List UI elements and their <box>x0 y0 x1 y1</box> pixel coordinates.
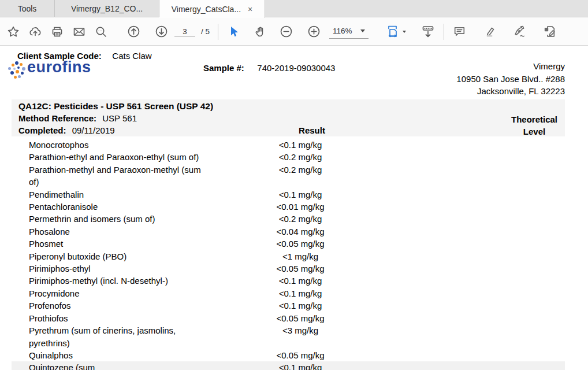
pesticide-result: <0.2 mg/kg <box>251 151 349 163</box>
print-icon[interactable] <box>46 21 68 43</box>
pesticide-result: <0.1 mg/kg <box>251 361 349 370</box>
zoom-level-value: 116% <box>333 27 352 35</box>
table-row: Piperonyl butoxide (PBO)<1 mg/kg <box>12 250 565 262</box>
pesticide-result: <0.1 mg/kg <box>251 139 349 151</box>
sign-icon[interactable] <box>509 21 531 43</box>
pesticide-result: <0.05 mg/kg <box>251 312 349 324</box>
page-number-input[interactable] <box>174 27 195 36</box>
tab-vimergy-b12[interactable]: Vimergy_B12_CO... <box>55 0 159 17</box>
company-address: Vimergy 10950 San Jose Blvd.. #288 Jacks… <box>456 60 565 98</box>
document-page: Client Sample Code: Cats Claw eurofins <box>0 46 588 370</box>
hide-toolbar-icon[interactable] <box>417 21 439 43</box>
pesticide-result: <0.2 mg/kg <box>251 213 349 225</box>
fit-width-icon[interactable] <box>382 21 409 43</box>
table-row: Parathion-ethyl and Paraoxon-ethyl (sum … <box>12 151 565 163</box>
company-address-line1: 10950 San Jose Blvd.. #288 <box>456 73 565 86</box>
pesticide-result: <0.04 mg/kg <box>251 225 349 238</box>
zoom-in-icon[interactable] <box>303 21 325 43</box>
page-navigation: / 5 <box>174 27 210 36</box>
pesticide-result: <0.05 mg/kg <box>251 349 349 361</box>
column-header-theoretical: Theoretical <box>511 113 557 125</box>
pesticide-name: Phosmet <box>12 238 251 250</box>
column-header-theoretical-level: Theoretical Level <box>511 113 557 138</box>
pesticide-name: Quinalphos <box>12 349 251 361</box>
table-row: Permethrin and isomers (sum of)<0.2 mg/k… <box>12 213 565 225</box>
fill-sign-icon[interactable] <box>539 21 561 43</box>
table-row: Profenofos<0.1 mg/kg <box>12 299 565 312</box>
pdf-viewer-window: Tools Vimergy_B12_CO... Vimergy_CatsCla.… <box>0 0 588 370</box>
column-header-level: Level <box>511 125 557 138</box>
eurofins-logo: eurofins <box>8 61 101 79</box>
pesticide-name: Pirimiphos-ethyl <box>12 262 251 275</box>
pesticide-result: <0.1 mg/kg <box>251 275 349 287</box>
email-icon[interactable] <box>68 21 90 43</box>
toolbar-divider <box>444 24 444 40</box>
table-row: Procymidone<0.1 mg/kg <box>12 287 565 299</box>
zoom-level-dropdown[interactable]: 116% <box>329 25 369 39</box>
pesticide-name: Profenofos <box>12 299 251 312</box>
comment-icon[interactable] <box>449 21 471 43</box>
zoom-out-icon[interactable] <box>275 21 297 43</box>
eurofins-logo-text: eurofins <box>27 58 91 76</box>
pesticide-result: <1 mg/kg <box>251 250 349 262</box>
page-total-label: / 5 <box>201 27 210 36</box>
tab-tools[interactable]: Tools <box>0 0 55 17</box>
caret-down-icon <box>403 31 406 33</box>
pesticide-result: <0.2 mg/kg <box>251 164 349 176</box>
table-row: Phosmet<0.05 mg/kg <box>12 238 565 250</box>
select-cursor-icon[interactable] <box>223 21 245 43</box>
pesticide-result: <0.01 mg/kg <box>251 201 349 213</box>
sample-number-label: Sample #: <box>203 63 244 73</box>
table-row: Prothiofos<0.05 mg/kg <box>12 312 565 324</box>
share-upload-icon[interactable] <box>24 21 46 43</box>
next-page-icon[interactable] <box>150 21 172 43</box>
column-header-result: Result <box>263 125 361 135</box>
pesticide-result: <0.05 mg/kg <box>251 238 349 250</box>
pesticide-name: Pentachloranisole <box>12 201 251 213</box>
client-sample-code-value: Cats Claw <box>112 51 151 61</box>
pesticide-result: <0.1 mg/kg <box>251 287 349 299</box>
table-row: Quintozene (sum<0.1 mg/kg <box>12 361 565 370</box>
pesticide-name: Pirimiphos-methyl (incl. N-desethyl-) <box>12 275 251 287</box>
tab-vimergy-b12-label: Vimergy_B12_CO... <box>71 4 143 13</box>
eurofins-logo-icon <box>8 61 25 79</box>
pesticide-name: Parathion-methyl and Paraoxon-methyl (su… <box>12 164 251 188</box>
table-row: Parathion-methyl and Paraoxon-methyl (su… <box>12 164 565 188</box>
pesticide-name: Quintozene (sum <box>12 361 251 370</box>
highlight-icon[interactable] <box>479 21 501 43</box>
bookmark-star-icon[interactable] <box>2 21 24 43</box>
toolbar-divider <box>218 24 218 40</box>
pesticide-name: Procymidone <box>12 287 251 299</box>
tab-tools-label: Tools <box>18 4 37 13</box>
close-tab-icon[interactable]: × <box>248 5 252 13</box>
sample-number-value: 740-2019-09030043 <box>257 63 335 73</box>
tab-vimergy-catsclaw-label: Vimergy_CatsCla... <box>172 5 241 14</box>
pesticide-result: <3 mg/kg <box>251 324 349 336</box>
pesticide-name: Pyrethrum (sum of cinerins, jasmolins, p… <box>12 324 251 349</box>
completed-value: 09/11/2019 <box>72 125 115 135</box>
previous-page-icon[interactable] <box>122 21 144 43</box>
pesticide-name: Phosalone <box>12 225 251 238</box>
method-reference-label: Method Reference: <box>18 113 96 123</box>
pesticide-result: <0.05 mg/kg <box>251 262 349 275</box>
company-name: Vimergy <box>456 60 565 73</box>
table-row: Pendimethalin<0.1 mg/kg <box>12 188 565 201</box>
pesticide-name: Permethrin and isomers (sum of) <box>12 213 251 225</box>
pesticide-result: <0.1 mg/kg <box>251 299 349 312</box>
tab-vimergy-catsclaw[interactable]: Vimergy_CatsCla... × <box>159 0 265 18</box>
section-title: QA12C: Pesticides - USP 561 Screen (USP … <box>18 101 213 112</box>
hand-tool-icon[interactable] <box>250 21 271 43</box>
pesticide-name: Pendimethalin <box>12 188 251 201</box>
section-header: QA12C: Pesticides - USP 561 Screen (USP … <box>12 99 565 136</box>
pesticide-name: Monocrotophos <box>12 139 251 151</box>
table-row: Monocrotophos<0.1 mg/kg <box>12 139 565 151</box>
table-row: Pirimiphos-methyl (incl. N-desethyl-)<0.… <box>12 275 565 287</box>
table-row: Pyrethrum (sum of cinerins, jasmolins, p… <box>12 324 565 349</box>
search-icon[interactable] <box>90 21 112 43</box>
tab-bar: Tools Vimergy_B12_CO... Vimergy_CatsCla.… <box>0 0 588 17</box>
caret-down-icon <box>360 29 365 32</box>
pesticide-result: <0.1 mg/kg <box>251 188 349 201</box>
pesticide-table-body: Monocrotophos<0.1 mg/kgParathion-ethyl a… <box>12 139 565 370</box>
toolbar: / 5 116% <box>0 18 588 46</box>
table-row: Quinalphos<0.05 mg/kg <box>12 349 565 361</box>
